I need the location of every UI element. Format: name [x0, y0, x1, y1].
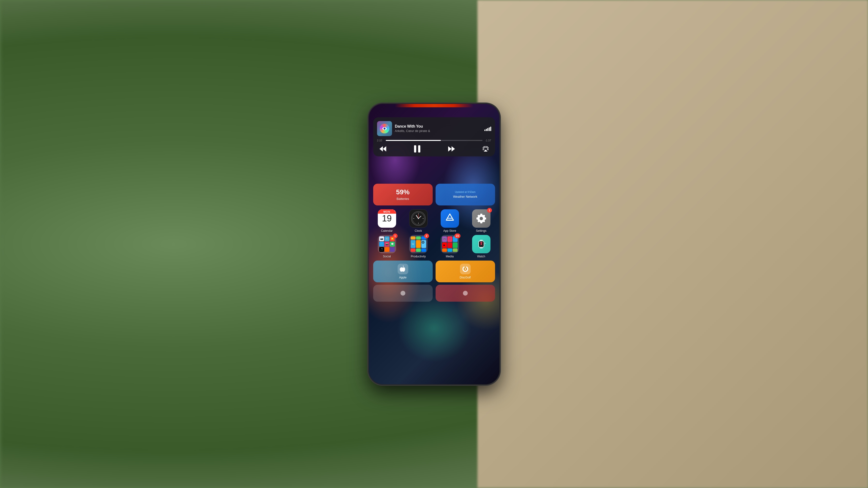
suggestion-row: Apple DiscGolf	[369, 261, 499, 282]
app-item-social[interactable]: 1 📷 ⚙️ ▶️ 🐦 📸 💬 🎵 So	[374, 235, 400, 258]
discgolf-label: DiscGolf	[460, 276, 471, 279]
bottom-item-left[interactable]	[373, 285, 433, 302]
bottom-item-right[interactable]	[436, 285, 495, 302]
battery-percent: 59%	[396, 188, 409, 196]
folder-app-6: 💬	[390, 242, 395, 247]
now-playing-widget: Dance With You Arkells, Cœur de pirate &…	[373, 117, 495, 156]
clock-label: Clock	[414, 229, 422, 232]
folder-app-4: 🐦	[379, 242, 384, 247]
disc-center	[465, 268, 466, 270]
app-item-watch[interactable]: Watch	[468, 235, 495, 258]
media-app-6	[453, 242, 458, 248]
calendar-icon[interactable]: 3 MON 19	[378, 209, 396, 228]
app-item-calendar[interactable]: 3 MON 19 Calendar	[374, 209, 400, 232]
signal-bar-2	[486, 129, 487, 131]
settings-gear-svg	[475, 213, 487, 225]
app-item-appstore[interactable]: App Store	[437, 209, 463, 232]
track-title: Dance With You	[395, 124, 482, 129]
weather-label: Weather Network	[453, 195, 477, 198]
media-badge: 23	[455, 233, 460, 238]
media-app-1: 🎮	[442, 236, 447, 242]
forward-arrow-2	[452, 146, 455, 152]
settings-icon[interactable]: 1	[472, 209, 491, 228]
productivity-badge: 2	[424, 233, 429, 238]
watch-screen-dot	[480, 243, 482, 245]
album-art[interactable]	[377, 121, 392, 136]
settings-label: Settings	[476, 229, 486, 232]
now-playing-info: Dance With You Arkells, Cœur de pirate &	[395, 124, 482, 133]
apple-label: Apple	[399, 276, 407, 279]
progress-track[interactable]	[386, 140, 483, 141]
productivity-label: Productivity	[411, 255, 426, 258]
phone-device: Dance With You Arkells, Cœur de pirate &…	[369, 104, 499, 384]
time-elapsed: 2:10	[377, 139, 384, 142]
apple-leaf	[403, 266, 404, 267]
album-art-inner	[380, 124, 390, 133]
signal-bar-5	[490, 127, 491, 131]
app-row-2: 1 📷 ⚙️ ▶️ 🐦 📸 💬 🎵 So	[369, 235, 499, 258]
gear-hole	[479, 217, 483, 220]
bottom-partial-row	[369, 285, 499, 302]
forward-arrow-1	[448, 146, 452, 152]
discgolf-icon	[460, 264, 471, 274]
social-icon[interactable]: 1 📷 ⚙️ ▶️ 🐦 📸 💬 🎵	[378, 235, 396, 253]
rewind-arrow-2	[379, 146, 383, 152]
clock-icon[interactable]	[409, 209, 428, 228]
circle-icon-2	[463, 291, 468, 296]
watch-svg	[476, 239, 487, 250]
watch-band-top	[480, 240, 483, 241]
prod-app-2	[416, 236, 421, 240]
batteries-label: Batteries	[397, 197, 409, 201]
folder-app-1: 📷	[379, 236, 384, 241]
calendar-label: Calendar	[381, 229, 393, 232]
suggestion-apple[interactable]: Apple	[373, 261, 433, 282]
social-label: Social	[383, 255, 391, 258]
clock-svg	[412, 212, 425, 225]
prod-app-4: 🗺️	[411, 240, 415, 248]
folder-app-9	[390, 247, 395, 252]
signal-bar-3	[487, 128, 488, 131]
settings-badge: 1	[487, 208, 492, 213]
time-remaining: -1:37	[485, 139, 491, 142]
media-app-5	[447, 242, 452, 248]
progress-fill	[386, 140, 441, 141]
prod-app-8	[416, 249, 421, 252]
prod-app-5	[416, 240, 421, 248]
productivity-icon[interactable]: 2 🗺️ ⚙	[409, 235, 428, 253]
media-label: Media	[446, 255, 454, 258]
bottom-item-right-icon	[462, 290, 468, 296]
watch-icon[interactable]	[472, 235, 491, 253]
app-item-productivity[interactable]: 2 🗺️ ⚙ Productivity	[405, 235, 432, 258]
pause-button[interactable]	[414, 145, 420, 153]
appstore-icon[interactable]	[441, 209, 459, 228]
pause-bar-left	[414, 145, 416, 153]
apple-logo-svg	[400, 265, 406, 273]
airplay-button[interactable]	[483, 146, 489, 152]
signal-bar-1	[485, 130, 486, 131]
media-app-2: 🎵	[447, 236, 452, 242]
app-row-1: 3 MON 19 Calendar	[369, 209, 499, 232]
discgolf-svg	[462, 266, 469, 272]
phone-camera-bar	[369, 104, 499, 107]
app-item-clock[interactable]: Clock	[405, 209, 432, 232]
app-item-media[interactable]: 23 🎮 🎵 ▶ Media	[437, 235, 463, 258]
media-app-7	[442, 249, 447, 252]
media-icon[interactable]: 23 🎮 🎵 ▶	[441, 235, 459, 253]
app-grid-area: 59% Batteries Updated at 9:50am Weather …	[369, 184, 499, 384]
media-app-4: ▶	[442, 242, 447, 248]
weather-widget[interactable]: Updated at 9:50am Weather Network	[436, 184, 495, 205]
track-artist: Arkells, Cœur de pirate &	[395, 129, 482, 133]
playback-controls	[377, 145, 491, 153]
suggestion-discgolf[interactable]: DiscGolf	[436, 261, 495, 282]
appstore-label: App Store	[443, 229, 456, 232]
background-right	[477, 0, 868, 488]
forward-button[interactable]	[448, 146, 455, 152]
phone-screen: Dance With You Arkells, Cœur de pirate &…	[369, 104, 499, 384]
album-art-eye	[382, 127, 387, 130]
circle-icon	[401, 291, 405, 296]
weather-updated: Updated at 9:50am	[455, 191, 475, 193]
batteries-widget[interactable]: 59% Batteries	[373, 184, 433, 205]
app-item-settings[interactable]: 1 Settings	[468, 209, 495, 232]
progress-bar-container[interactable]: 2:10 -1:37	[377, 139, 491, 142]
rewind-button[interactable]	[379, 146, 386, 152]
